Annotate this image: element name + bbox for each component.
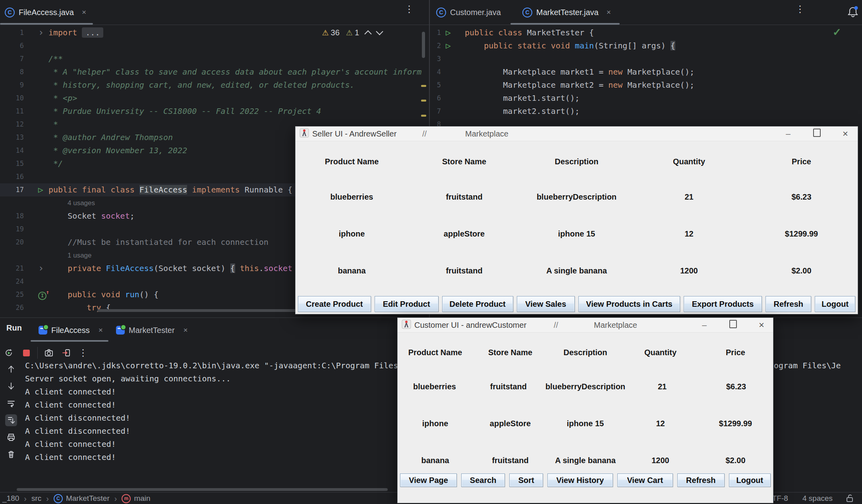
refresh-button[interactable]: Refresh — [765, 296, 811, 312]
implements-gutter-icon[interactable]: I↑ — [38, 292, 46, 300]
breadcrumb-separator: › — [24, 494, 27, 503]
seller-table-header: Product NameStore NameDescriptionQuantit… — [296, 157, 858, 166]
table-cell: $2.00 — [698, 456, 773, 465]
close-icon[interactable]: × — [604, 8, 613, 17]
table-cell: $2.00 — [745, 266, 858, 275]
fold-arrow-icon[interactable]: › — [38, 262, 44, 275]
close-icon[interactable]: × — [96, 326, 105, 335]
view-products-in-carts-button[interactable]: View Products in Carts — [578, 296, 680, 312]
code-text: //Must be instantiated for each connecti… — [48, 236, 269, 249]
close-icon[interactable]: × — [181, 326, 190, 335]
run-console-icon — [116, 326, 125, 335]
breadcrumb-class[interactable]: MarketTester — [66, 494, 110, 503]
breadcrumb-method[interactable]: main — [134, 494, 150, 503]
run-gutter-icon[interactable]: ▷ — [38, 183, 43, 196]
more-options-icon[interactable]: ⋮ — [404, 7, 414, 11]
edit-product-button[interactable]: Edit Product — [375, 296, 439, 312]
export-products-button[interactable]: Export Products — [684, 296, 762, 312]
table-cell: blueberries — [398, 382, 472, 391]
next-issue-icon[interactable] — [376, 28, 383, 35]
maximize-button[interactable] — [728, 320, 738, 330]
implements-gutter-icon[interactable]: I↑ — [38, 288, 46, 301]
breadcrumb-src[interactable]: src — [31, 494, 41, 503]
run-gutter-icon[interactable]: ▷ — [446, 39, 451, 52]
line-number: 21 — [0, 262, 24, 275]
column-header: Product Name — [296, 157, 408, 166]
table-cell: fruitstand — [472, 382, 545, 391]
minimize-button[interactable]: – — [699, 320, 709, 330]
code-text: * Purdue University -- CS18000 -- Fall 2… — [48, 105, 321, 118]
code-text: * @author Andrew Thompson — [48, 131, 173, 144]
warning-stripe-mark[interactable] — [421, 85, 426, 87]
table-row[interactable]: blueberriesfruitstandblueberryDescriptio… — [398, 382, 773, 391]
close-button[interactable]: × — [756, 319, 767, 331]
line-number: 24 — [0, 275, 24, 288]
console-horizontal-scrollbar[interactable] — [17, 488, 388, 491]
customer-table-header: Product NameStore NameDescriptionQuantit… — [398, 348, 773, 357]
code-text: * <p> — [48, 92, 77, 105]
tab-markettester-java[interactable]: C MarketTester.java × — [522, 0, 613, 25]
line-number: 2 — [430, 39, 441, 52]
console-line: C:\Users\andre\.jdks\corretto-19.0.2\bin… — [25, 359, 398, 372]
more-options-icon[interactable]: ⋮ — [795, 7, 805, 11]
view-cart-button[interactable]: View Cart — [617, 473, 673, 487]
close-icon[interactable]: × — [79, 8, 89, 17]
java-app-icon — [300, 128, 309, 139]
warning-stripe-mark[interactable] — [421, 115, 426, 117]
code-line: 10 * <p> — [0, 92, 429, 105]
logout-button[interactable]: Logout — [729, 473, 771, 487]
refresh-button[interactable]: Refresh — [677, 473, 725, 487]
column-header: Description — [520, 157, 633, 166]
prev-issue-icon[interactable] — [364, 30, 371, 37]
line-number: 10 — [0, 92, 24, 105]
warnings-count: ⚠36 — [322, 28, 340, 37]
search-button[interactable]: Search — [461, 473, 505, 487]
usages-inlay-hint[interactable]: 4 usages — [68, 196, 95, 210]
run-tab-markettester[interactable]: MarketTester × — [116, 321, 190, 339]
table-row[interactable]: iphoneappleStoreiphone 1512$1299.99 — [398, 419, 773, 428]
table-row[interactable]: iphoneappleStoreiphone 1512$1299.99 — [296, 229, 858, 239]
tab-customer-java[interactable]: C Customer.java — [436, 0, 501, 25]
table-row[interactable]: blueberriesfruitstandblueberryDescriptio… — [296, 192, 858, 202]
minimize-button[interactable]: – — [783, 129, 793, 139]
console-line: Server socket open, awaiting connections… — [25, 372, 231, 385]
indent-setting[interactable]: 4 spaces — [802, 492, 833, 504]
code-line: 5 Marketplace market2 = new Marketplace(… — [430, 79, 862, 92]
view-history-button[interactable]: View History — [547, 473, 613, 487]
code-line: 6 — [0, 39, 429, 52]
maximize-button[interactable] — [812, 129, 822, 139]
code-line: 7/** — [0, 52, 429, 65]
code-text: */ — [48, 157, 63, 170]
unlocked-padlock-icon[interactable] — [845, 492, 854, 504]
console-line-fragment: ogram Files\Je — [774, 359, 841, 372]
notifications-bell-icon[interactable] — [847, 6, 859, 20]
inspections-widget[interactable]: ⚠36 ⚠1 — [322, 26, 382, 39]
code-text: Socket socket; — [48, 210, 135, 223]
fold-arrow-icon[interactable]: › — [38, 26, 44, 39]
usages-inlay-hint[interactable]: 1 usage — [68, 249, 92, 262]
run-tab-fileaccess[interactable]: FileAccess × — [39, 321, 105, 339]
no-problems-check-icon: ✓ — [833, 26, 841, 38]
delete-product-button[interactable]: Delete Product — [442, 296, 513, 312]
tab-fileaccess-java[interactable]: C FileAccess.java × — [5, 0, 89, 25]
table-row[interactable]: bananafruitstandA single banana1200$2.00 — [296, 266, 858, 275]
customer-titlebar[interactable]: Customer UI - andrewCustomer // Marketpl… — [398, 318, 773, 333]
table-row[interactable]: bananafruitstandA single banana1200$2.00 — [398, 456, 773, 465]
line-number: 16 — [0, 170, 24, 183]
seller-titlebar[interactable]: Seller UI - AndrewSeller // Marketplace … — [296, 127, 858, 141]
view-page-button[interactable]: View Page — [400, 473, 457, 487]
vertical-scrollbar-thumb[interactable] — [422, 32, 425, 58]
create-product-button[interactable]: Create Product — [298, 296, 371, 312]
logout-button[interactable]: Logout — [815, 296, 855, 312]
warning-stripe-mark[interactable] — [421, 100, 426, 102]
title-separator: // — [422, 129, 427, 139]
table-cell: fruitstand — [408, 266, 520, 275]
class-icon: C — [5, 8, 15, 17]
view-sales-button[interactable]: View Sales — [517, 296, 575, 312]
column-header: Quantity — [623, 348, 698, 357]
close-button[interactable]: × — [840, 128, 850, 139]
breadcrumb-project[interactable]: _180 — [2, 494, 19, 503]
seller-window: Seller UI - AndrewSeller // Marketplace … — [295, 126, 858, 314]
sort-button[interactable]: Sort — [509, 473, 543, 487]
run-gutter-icon[interactable]: ▷ — [446, 26, 451, 39]
